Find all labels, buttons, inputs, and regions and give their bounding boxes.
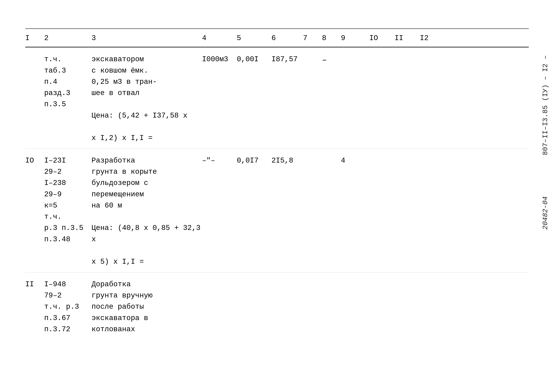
row1-col2: I–23I 29–2 I–238 29–9 к=5 т.ч. р.3 п.3.5… [44,155,91,245]
row2-col2: I–948 79–2 т.ч. р.3 п.3.67 п.3.72 [44,279,91,335]
row0-col3: экскаватором с ковшом ёмк. 0,25 м3 в тра… [91,54,202,144]
header-label-6: 6 [272,33,303,44]
row1-col5: 0,0I7 [237,155,272,166]
row1-col3: Разработка грунта в корыте бульдозером с… [91,155,202,268]
row0-col4: I000м3 [202,54,237,65]
header-col-11: II [395,33,420,44]
header-label-5: 5 [237,33,272,44]
row0-col2: т.ч. таб.3 п.4 разд.3 п.3.5 [44,54,91,110]
header-col-9: 9 [341,33,369,44]
row1-col1: IO [25,155,44,166]
table-container: I 2 3 4 5 6 7 8 9 [25,28,529,340]
page: I 2 3 4 5 6 7 8 9 [0,0,554,392]
header-col-8: 8 [322,33,341,44]
header-col-4: 4 [202,33,237,44]
header-row: I 2 3 4 5 6 7 8 9 [25,29,529,48]
header-col-7: 7 [303,33,322,44]
header-col-5: 5 [237,33,272,44]
row0-col6: I87,57 [272,54,303,65]
row2-col3: Доработка грунта вручную после работы эк… [91,279,202,335]
row1-col9: 4 [341,155,369,166]
row0-col5: 0,00I [237,54,272,65]
header-col-10: IO [369,33,395,44]
header-col-12: I2 [420,33,445,44]
header-col-1: I [25,33,44,44]
header-label-2: 2 [44,33,91,44]
row1-col6: 2I5,8 [272,155,303,166]
header-label-7: 7 [303,33,322,44]
header-label-8: 8 [322,33,341,44]
header-label-9: 9 [341,33,369,44]
row2-col1: II [25,279,44,290]
table-row: IO I–23I 29–2 I–238 29–9 к=5 т.ч. р.3 п.… [25,149,529,273]
header-col-6: 6 [272,33,303,44]
side-labels: 807–II–I3.85 (IУ) – I2 – 20482-04 [541,55,549,230]
header-label-10: IO [369,33,395,44]
side-label-bottom: 20482-04 [541,196,549,230]
table-row: т.ч. таб.3 п.4 разд.3 п.3.5 экскаватором… [25,48,529,149]
row0-col8: – [322,54,341,67]
header-label-11: II [395,33,420,44]
header-label-4: 4 [202,33,237,44]
row1-col4: –"– [202,155,237,166]
header-col-3: 3 [91,33,202,44]
header-label-12: I2 [420,33,445,44]
header-col-2: 2 [44,33,91,44]
header-label-3: 3 [91,33,202,44]
side-label-top: 807–II–I3.85 (IУ) – I2 – [541,55,549,155]
table-row: II I–948 79–2 т.ч. р.3 п.3.67 п.3.72 Дор… [25,273,529,340]
header-label-1: I [25,33,44,44]
